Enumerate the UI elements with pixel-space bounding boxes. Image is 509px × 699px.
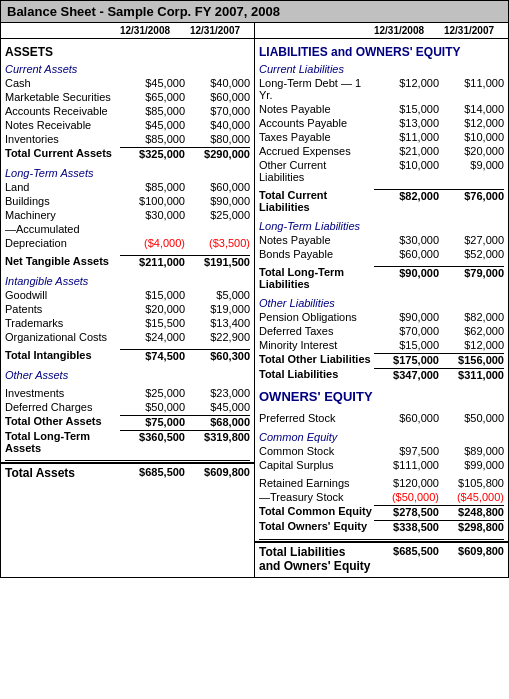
- row-label: Bonds Payable: [259, 248, 374, 260]
- row-val1: $10,000: [374, 159, 439, 183]
- row-label: Trademarks: [5, 317, 120, 329]
- list-item: Long-Term Debt — 1 Yr. $12,000 $11,000: [255, 76, 508, 102]
- total-longterm-label: Total Long-TermAssets: [5, 430, 120, 454]
- row-val1: $70,000: [374, 325, 439, 337]
- row-val1: $97,500: [374, 445, 439, 457]
- total-common-val1: $278,500: [374, 505, 439, 518]
- grand-total-label: Total Liabilitiesand Owners' Equity: [259, 545, 374, 573]
- row-val2: $45,000: [185, 401, 250, 413]
- left-date-col2: 12/31/2007: [180, 23, 250, 38]
- total-val1: $90,000: [374, 266, 439, 290]
- row-val2: $89,000: [439, 445, 504, 457]
- row-val1: $50,000: [120, 401, 185, 413]
- longterm-liabilities-title: Long-Term Liabilities: [255, 218, 508, 233]
- total-common-val2: $248,800: [439, 505, 504, 518]
- total-liabilities-val2: $311,000: [439, 368, 504, 381]
- row-label: Depreciation: [5, 237, 120, 249]
- page-header: Balance Sheet - Sample Corp. FY 2007, 20…: [1, 1, 508, 23]
- column-headers: 12/31/2008 12/31/2007 12/31/2008 12/31/2…: [1, 23, 508, 39]
- longterm-liabilities-section: Long-Term Liabilities Notes Payable $30,…: [255, 218, 508, 291]
- row-val1: $45,000: [120, 77, 185, 89]
- list-item: Inventories $85,000 $80,000: [1, 132, 254, 146]
- row-label: Goodwill: [5, 289, 120, 301]
- treasury-stock-row: —Treasury Stock ($50,000) ($45,000): [255, 490, 508, 504]
- preferred-val2: $50,000: [439, 412, 504, 424]
- treasury-label: —Treasury Stock: [259, 491, 374, 503]
- assets-title: ASSETS: [1, 43, 254, 61]
- list-item: Other Current Liabilities $10,000 $9,000: [255, 158, 508, 184]
- row-val2: $11,000: [439, 77, 504, 101]
- total-assets-row: Total Assets $685,500 $609,800: [1, 462, 254, 482]
- list-item: Deferred Taxes $70,000 $62,000: [255, 324, 508, 338]
- row-label: Marketable Securities: [5, 91, 120, 103]
- list-item: Notes Payable $30,000 $27,000: [255, 233, 508, 247]
- right-col-headers: 12/31/2008 12/31/2007: [255, 23, 508, 38]
- row-val2: $80,000: [185, 133, 250, 145]
- list-item: Notes Receivable $45,000 $40,000: [1, 118, 254, 132]
- total-val2: $156,000: [439, 353, 504, 366]
- total-val2: $68,000: [185, 415, 250, 428]
- row-val2: $12,000: [439, 117, 504, 129]
- treasury-val2: ($45,000): [439, 491, 504, 503]
- row-val1: $30,000: [120, 209, 185, 221]
- longterm-assets-section: Long-Term Assets Land $85,000 $60,000 Bu…: [1, 165, 254, 269]
- row-label: Inventories: [5, 133, 120, 145]
- total-intangibles-row: Total Intangibles $74,500 $60,300: [1, 348, 254, 363]
- total-val1: $75,000: [120, 415, 185, 428]
- total-val2: $60,300: [185, 349, 250, 362]
- row-label: Investments: [5, 387, 120, 399]
- row-label: Cash: [5, 77, 120, 89]
- total-current-assets-row: Total Current Assets $325,000 $290,000: [1, 146, 254, 161]
- row-label: Deferred Charges: [5, 401, 120, 413]
- row-label: Machinery: [5, 209, 120, 221]
- main-content: ASSETS Current Assets Cash $45,000 $40,0…: [1, 39, 508, 577]
- row-val1: $60,000: [374, 248, 439, 260]
- intangible-assets-title: Intangible Assets: [1, 273, 254, 288]
- row-label: Pension Obligations: [259, 311, 374, 323]
- total-label: Total Other Liabilities: [259, 353, 374, 366]
- left-date-col1: 12/31/2008: [110, 23, 180, 38]
- row-label: Organizational Costs: [5, 331, 120, 343]
- retained-val1: $120,000: [374, 477, 439, 489]
- row-label: Accrued Expenses: [259, 145, 374, 157]
- grand-total-row: Total Liabilitiesand Owners' Equity $685…: [255, 541, 508, 575]
- current-liabilities-title: Current Liabilities: [255, 61, 508, 76]
- row-val2: $82,000: [439, 311, 504, 323]
- total-owners-val2: $298,800: [439, 520, 504, 533]
- row-val2: $27,000: [439, 234, 504, 246]
- row-val1: $21,000: [374, 145, 439, 157]
- total-label: Total Intangibles: [5, 349, 120, 362]
- grand-total-val1: $685,500: [374, 545, 439, 573]
- list-item: Notes Payable $15,000 $14,000: [255, 102, 508, 116]
- total-val2: $79,000: [439, 266, 504, 290]
- total-common-equity-row: Total Common Equity $278,500 $248,800: [255, 504, 508, 519]
- total-other-assets-label: Total Other Assets: [5, 415, 120, 428]
- row-val2: $9,000: [439, 159, 504, 183]
- retained-earnings-row: Retained Earnings $120,000 $105,800: [255, 476, 508, 490]
- row-val1: [120, 223, 185, 235]
- total-assets-label: Total Assets: [5, 466, 120, 480]
- row-val1: ($4,000): [120, 237, 185, 249]
- row-val1: $85,000: [120, 181, 185, 193]
- total-val2: $290,000: [185, 147, 250, 160]
- row-val1: $85,000: [120, 133, 185, 145]
- liabilities-title: LIABILITIES and OWNERS' EQUITY: [255, 43, 508, 61]
- list-item: Marketable Securities $65,000 $60,000: [1, 90, 254, 104]
- row-label: Other Current Liabilities: [259, 159, 374, 183]
- row-val1: $20,000: [120, 303, 185, 315]
- total-label: Total Long-Term Liabilities: [259, 266, 374, 290]
- row-val2: $60,000: [185, 91, 250, 103]
- total-assets-val2: $609,800: [185, 466, 250, 480]
- row-val2: $13,400: [185, 317, 250, 329]
- row-val1: $111,000: [374, 459, 439, 471]
- row-val1: $85,000: [120, 105, 185, 117]
- net-tangible-assets-row: Net Tangible Assets $211,000 $191,500: [1, 254, 254, 269]
- other-assets-title: Other Assets: [1, 367, 254, 382]
- row-val2: $19,000: [185, 303, 250, 315]
- list-item: Minority Interest $15,000 $12,000: [255, 338, 508, 352]
- row-val2: ($3,500): [185, 237, 250, 249]
- row-label: Accounts Receivable: [5, 105, 120, 117]
- list-item: Machinery $30,000 $25,000: [1, 208, 254, 222]
- preferred-val1: $60,000: [374, 412, 439, 424]
- row-val1: $13,000: [374, 117, 439, 129]
